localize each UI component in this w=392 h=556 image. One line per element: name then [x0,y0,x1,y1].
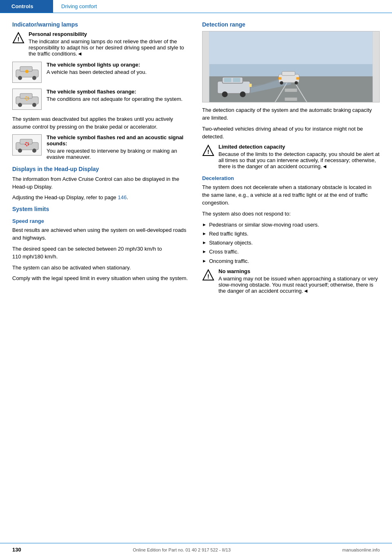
no-warnings-content: No warnings A warning may not be issued … [218,268,380,294]
displays-text1: The information from Active Cruise Contr… [12,176,190,191]
personal-responsibility-block: ! Personal responsibility The indicator … [12,31,190,57]
svg-rect-8 [20,93,32,98]
detection-range-text1: The detection capacity of the system and… [202,107,380,122]
vehicle-symbol1-content: The vehicle symbol lights up orange: A v… [47,62,147,75]
deceleration-text1: The system does not decelerate when a st… [202,184,380,207]
page-wrapper: Controls Driving comfort Indicator/warni… [0,0,392,556]
no-warnings-warning-icon: ! [202,269,214,281]
bullet-item-cross-traffic: ► Cross traffic. [202,248,380,256]
driving-comfort-label: Driving comfort [61,3,97,9]
svg-rect-21 [285,89,297,92]
deceleration-text2: The system also does not respond to: [202,210,380,218]
right-column: Detection range [202,21,380,299]
personal-responsibility-text: The indicator and warning lamps do not r… [29,38,190,57]
svg-point-38 [240,91,246,97]
svg-rect-39 [249,84,252,87]
svg-rect-35 [224,78,232,82]
vehicle-symbol1-image [12,62,42,83]
detection-range-image [202,31,380,102]
bullet-arrow-icon: ► [202,231,207,238]
bullet-arrow-icon: ► [202,240,207,247]
bullet-item-pedestrians: ► Pedestrians or similar slow-moving roa… [202,221,380,229]
svg-point-6 [25,70,29,73]
content-columns: Indicator/warning lamps ! Personal respo… [0,13,392,307]
vehicle-symbol2-image [12,89,42,110]
svg-point-15 [32,149,36,153]
svg-point-9 [18,103,22,107]
no-warnings-text: A warning may not be issued when approac… [218,276,380,294]
header-controls-tab[interactable]: Controls [0,0,53,13]
detection-range-title: Detection range [202,21,380,28]
personal-responsibility-label: Personal responsibility [29,31,190,37]
svg-point-4 [18,76,22,80]
limited-detection-content: Limited detection capacity Because of th… [218,144,380,169]
speed-range-text4: Comply with the legal speed limit in eve… [12,275,190,282]
bullet-item-cross-traffic-text: Cross traffic. [209,248,239,256]
vehicle-symbol3-text: You are requested to intervene by brakin… [47,148,190,160]
speed-range-text3: The system can also be activated when st… [12,264,190,272]
bullet-item-oncoming: ► Oncoming traffic. [202,258,380,265]
no-warnings-label: No warnings [218,268,380,274]
vehicle-symbol2-text: The conditions are not adequate for oper… [47,96,183,102]
deceleration-title: Deceleration [202,175,380,181]
page-ref-link[interactable]: 146 [118,194,127,200]
bullet-item-red-lights-text: Red traffic lights. [209,230,249,238]
vehicle-symbol1-title: The vehicle symbol lights up orange: [47,62,147,68]
personal-responsibility-content: Personal responsibility The indicator an… [29,31,190,57]
bullet-list: ► Pedestrians or similar slow-moving roa… [202,221,380,265]
svg-rect-28 [282,71,295,76]
warning-triangle-icon: ! [12,32,24,44]
system-deactivated-text: The system was deactivated but applies t… [12,116,190,131]
bullet-item-stationary: ► Stationary objects. [202,239,380,247]
bullet-arrow-icon: ► [202,249,207,256]
displays-text2: Adjusting the Head-up Display, refer to … [12,194,190,202]
svg-rect-36 [233,78,241,82]
vehicle-symbol3-content: The vehicle symbol flashes red and an ac… [47,134,190,160]
svg-point-30 [295,81,298,85]
displays-title: Displays in the Head-up Display [12,166,190,172]
svg-text:!: ! [207,149,209,155]
svg-point-10 [32,103,36,107]
bullet-item-pedestrians-text: Pedestrians or similar slow-moving road … [209,221,319,229]
svg-point-37 [222,91,228,97]
limited-detection-warning-icon: ! [202,145,214,157]
limited-detection-block: ! Limited detection capacity Because of … [202,144,380,169]
svg-point-5 [32,76,36,80]
vehicle-symbol3-title: The vehicle symbol flashes red and an ac… [47,134,190,147]
vehicle-symbol3-block: The vehicle symbol flashes red and an ac… [12,134,190,160]
svg-rect-22 [285,98,297,101]
edition-text: Online Edition for Part no. 01 40 2 917 … [133,547,231,552]
header-driving-tab[interactable]: Driving comfort [53,0,105,13]
vehicle-symbol2-title: The vehicle symbol flashes orange: [47,89,183,95]
svg-point-29 [280,81,283,85]
logo-text: manualsonline.info [342,547,380,552]
bullet-item-red-lights: ► Red traffic lights. [202,230,380,238]
speed-range-title: Speed range [12,218,190,224]
svg-text:!: ! [18,36,20,42]
controls-label: Controls [11,3,33,9]
svg-rect-32 [296,77,300,80]
svg-rect-13 [20,139,32,144]
bullet-item-stationary-text: Stationary objects. [209,239,253,247]
indicator-warning-title: Indicator/warning lamps [12,21,190,28]
vehicle-symbol1-block: The vehicle symbol lights up orange: A v… [12,62,190,83]
svg-rect-31 [278,77,282,80]
vehicle-symbol2-content: The vehicle symbol flashes orange: The c… [47,89,183,102]
limited-detection-text: Because of the limits to the detection c… [218,151,380,169]
limited-detection-label: Limited detection capacity [218,144,380,150]
bullet-arrow-icon: ► [202,222,207,229]
speed-range-text2: The desired speed can be selected betwee… [12,245,190,261]
page-number: 130 [12,547,21,553]
speed-range-text1: Best results are achieved when using the… [12,227,190,242]
footer: 130 Online Edition for Part no. 01 40 2 … [0,543,392,556]
bullet-arrow-icon: ► [202,258,207,265]
vehicle-symbol3-image [12,134,42,156]
left-column: Indicator/warning lamps ! Personal respo… [12,21,190,299]
svg-rect-18 [209,31,373,64]
vehicle-symbol1-text: A vehicle has been detected ahead of you… [47,69,147,75]
vehicle-symbol2-block: The vehicle symbol flashes orange: The c… [12,89,190,110]
bullet-item-oncoming-text: Oncoming traffic. [209,258,249,265]
svg-text:!: ! [207,273,209,280]
header: Controls Driving comfort [0,0,392,13]
svg-point-14 [18,149,22,153]
